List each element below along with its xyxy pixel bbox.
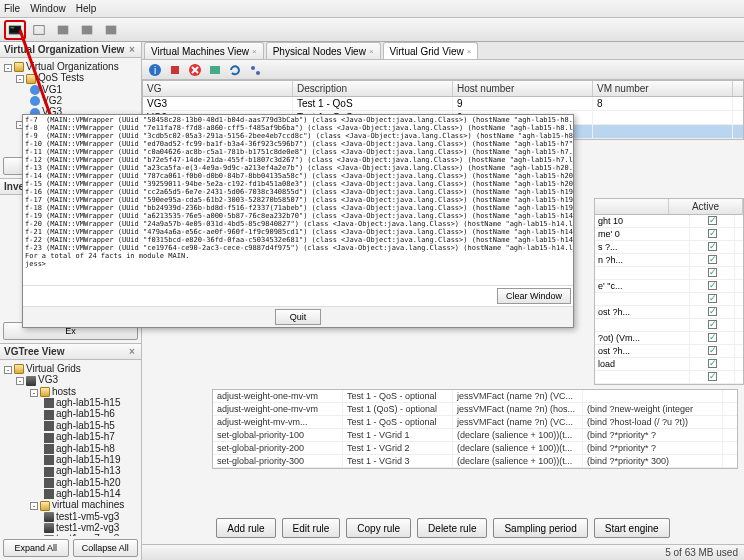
collapse-all-button[interactable]: Collapse All — [73, 539, 139, 557]
tree-host[interactable]: agh-lab15-h14 — [2, 488, 139, 499]
menu-window[interactable]: Window — [30, 3, 66, 14]
close-icon[interactable]: × — [252, 47, 257, 56]
checkbox-icon[interactable] — [708, 333, 717, 342]
table-row[interactable]: adjust-weight-one-mv-vmTest 1 (QoS) - op… — [213, 403, 737, 416]
tree-vg2[interactable]: VG2 — [42, 95, 62, 106]
checkbox-icon[interactable] — [708, 294, 717, 303]
checkbox-icon[interactable] — [708, 281, 717, 290]
checkbox-icon[interactable] — [708, 372, 717, 381]
vg-tree[interactable]: -Virtual Grids -VG3 -hosts agh-lab15-h15… — [0, 360, 141, 536]
list-item[interactable] — [595, 267, 743, 280]
tree-hosts[interactable]: hosts — [52, 386, 76, 397]
tree-vms[interactable]: -virtual machines — [2, 499, 139, 510]
col-active[interactable]: Active — [669, 199, 743, 214]
toolbar-button-3[interactable] — [52, 20, 74, 40]
close-icon[interactable]: × — [127, 45, 137, 55]
checkbox-icon[interactable] — [708, 346, 717, 355]
quit-button[interactable]: Quit — [275, 309, 322, 325]
list-item[interactable]: s ?... — [595, 241, 743, 254]
col-vg[interactable]: VG — [143, 81, 293, 96]
copy-rule-button[interactable]: Copy rule — [346, 518, 411, 538]
close-icon[interactable]: × — [467, 47, 472, 56]
sampling-period-button[interactable]: Sampling period — [493, 518, 587, 538]
tree-vgroot[interactable]: Virtual Grids — [26, 363, 81, 374]
list-item[interactable]: ght 10 — [595, 215, 743, 228]
start-engine-button[interactable]: Start engine — [594, 518, 670, 538]
list-item[interactable] — [595, 371, 743, 384]
tree-host[interactable]: agh-lab15-h7 — [2, 431, 139, 442]
checkbox-icon[interactable] — [708, 255, 717, 264]
delete-icon[interactable] — [186, 62, 204, 78]
close-icon[interactable]: × — [127, 347, 137, 357]
tree-vm[interactable]: test1-vm2-vg3 — [2, 522, 139, 533]
tree-host[interactable]: agh-lab15-h6 — [2, 408, 139, 419]
list-item[interactable]: ?ot) (Vm... — [595, 332, 743, 345]
list-item[interactable]: ost ?h... — [595, 345, 743, 358]
tab-physical-nodes[interactable]: Physical Nodes View× — [266, 42, 381, 59]
tree-vg1[interactable]: VG1 — [42, 84, 62, 95]
add-icon[interactable] — [206, 62, 224, 78]
tree-root[interactable]: Virtual Organizations — [26, 61, 119, 72]
tab-vm-view[interactable]: Virtual Machines View× — [144, 42, 264, 59]
svg-point-13 — [256, 71, 260, 75]
list-item[interactable]: load — [595, 358, 743, 371]
list-item[interactable]: n ?h... — [595, 254, 743, 267]
col-vm-number[interactable]: VM number — [593, 81, 733, 96]
list-item[interactable]: ost ?h... — [595, 306, 743, 319]
link-icon[interactable] — [246, 62, 264, 78]
stop-icon[interactable] — [166, 62, 184, 78]
console-toolbar-button[interactable] — [4, 20, 26, 40]
table-row[interactable]: adjust-weight-one-mv-vmTest 1 - QoS - op… — [213, 390, 737, 403]
menubar: File Window Help — [0, 0, 744, 18]
list-item[interactable]: e' "c... — [595, 280, 743, 293]
close-icon[interactable]: × — [369, 47, 374, 56]
list-item[interactable]: me' 0 — [595, 228, 743, 241]
tree-host[interactable]: agh-lab15-h8 — [2, 443, 139, 454]
tree-qos[interactable]: QoS Tests — [38, 72, 84, 83]
table-row[interactable]: adjust-weight-mv-vm...Test 1 - QoS - opt… — [213, 416, 737, 429]
checkbox-icon[interactable] — [708, 307, 717, 316]
expand-all-button[interactable]: Expand All — [3, 539, 69, 557]
tab-virtual-grid[interactable]: Virtual Grid View× — [383, 42, 479, 59]
console-log[interactable]: f-7 (MAIN::VMWrapper (UUid "58458c28-13b… — [23, 115, 573, 285]
table-row[interactable]: set-global-priority-300Test 1 - VGrid 3(… — [213, 455, 737, 468]
table-row[interactable]: set-global-priority-200Test 1 - VGrid 2(… — [213, 442, 737, 455]
toolbar-button-4[interactable] — [76, 20, 98, 40]
list-item[interactable] — [595, 319, 743, 332]
table-row[interactable]: VG3Test 1 - QoS98 — [143, 97, 743, 111]
vgtree-title: VGTree View× — [0, 343, 141, 360]
checkbox-icon[interactable] — [708, 320, 717, 329]
table-row[interactable]: set-global-priority-100Test 1 - VGrid 1(… — [213, 429, 737, 442]
checkbox-icon[interactable] — [708, 229, 717, 238]
svg-point-12 — [251, 66, 255, 70]
svg-rect-3 — [34, 25, 45, 34]
vo-view-title-text: Virtual Organization View — [4, 44, 124, 55]
tree-item[interactable]: VG3 — [38, 374, 58, 385]
col-host-number[interactable]: Host number — [453, 81, 593, 96]
delete-rule-button[interactable]: Delete rule — [417, 518, 487, 538]
tree-host[interactable]: agh-lab15-h20 — [2, 477, 139, 488]
tree-host[interactable]: agh-lab15-h5 — [2, 420, 139, 431]
refresh-icon[interactable] — [226, 62, 244, 78]
tree-host[interactable]: agh-lab15-h15 — [2, 397, 139, 408]
tree-host[interactable]: agh-lab15-h19 — [2, 454, 139, 465]
status-text: 5 of 63 MB used — [665, 547, 738, 558]
svg-rect-5 — [82, 25, 93, 34]
add-rule-button[interactable]: Add rule — [216, 518, 275, 538]
menu-help[interactable]: Help — [76, 3, 97, 14]
clear-window-button[interactable]: Clear Window — [497, 288, 571, 304]
tree-host[interactable]: agh-lab15-h13 — [2, 465, 139, 476]
toolbar-button-2[interactable] — [28, 20, 50, 40]
menu-file[interactable]: File — [4, 3, 20, 14]
edit-rule-button[interactable]: Edit rule — [282, 518, 341, 538]
checkbox-icon[interactable] — [708, 216, 717, 225]
toolbar-button-5[interactable] — [100, 20, 122, 40]
checkbox-icon[interactable] — [708, 242, 717, 251]
tree-vm[interactable]: test1-vm5-vg3 — [2, 511, 139, 522]
list-item[interactable] — [595, 293, 743, 306]
col-description[interactable]: Description — [293, 81, 453, 96]
checkbox-icon[interactable] — [708, 268, 717, 277]
col-blank — [595, 199, 669, 214]
info-icon[interactable]: i — [146, 62, 164, 78]
checkbox-icon[interactable] — [708, 359, 717, 368]
